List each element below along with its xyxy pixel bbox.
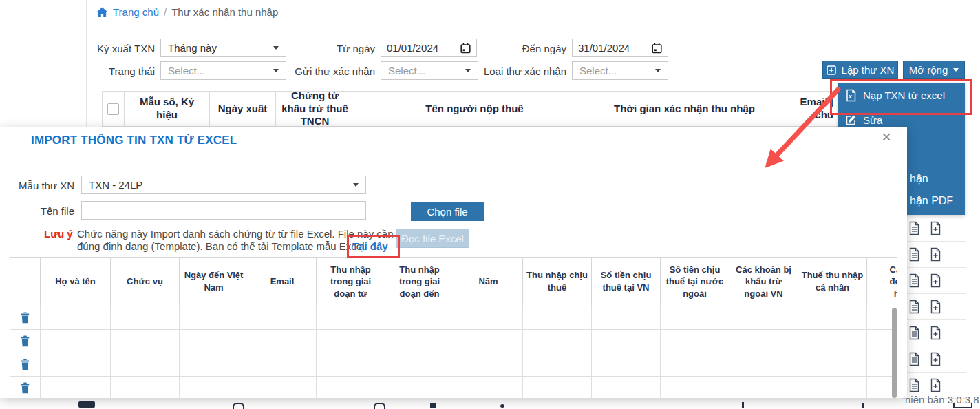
document-icon[interactable] <box>908 247 920 262</box>
loai-thu-select[interactable]: Select... <box>572 61 668 80</box>
footer-fragment <box>862 403 864 408</box>
document-icon[interactable] <box>908 326 920 340</box>
document-plus-icon[interactable] <box>930 221 941 235</box>
footer-fragment <box>374 403 385 409</box>
mo-rong-button[interactable]: Mở rộng <box>903 61 965 79</box>
filter-label-den-ngay: Đến ngày <box>429 43 566 55</box>
col-thu-nhap-den: Thu nhập trong giai đoạn đến <box>385 258 454 306</box>
bg-col-chung-tu: Chứng từ khấu trừ thuế TNCN <box>275 92 354 126</box>
row-actions-cell <box>10 353 40 376</box>
col-actions <box>10 258 40 306</box>
col-clipped-line3: hi <box>894 288 897 300</box>
document-plus-icon[interactable] <box>930 378 941 392</box>
document-icon[interactable] <box>908 300 920 314</box>
col-chuc-vu: Chức vụ <box>110 258 179 306</box>
document-plus-icon[interactable] <box>930 300 941 314</box>
footer-fragment <box>78 401 95 408</box>
note-line1: Chức năng này Import danh sách chứng từ … <box>77 228 394 240</box>
annotation-box-tai-day <box>347 235 400 258</box>
home-icon[interactable] <box>96 7 108 18</box>
bg-select-all-cell <box>102 92 124 126</box>
chevron-down-icon <box>655 69 661 72</box>
document-icon[interactable] <box>908 352 920 366</box>
luu-y-label: Lưu ý <box>44 228 73 240</box>
col-so-tien-nuoc-ngoai: Số tiền chịu thuế tại nước ngoài <box>660 258 729 306</box>
bg-col-email-line1: Email | <box>800 96 833 109</box>
bg-table-right-border <box>966 216 966 409</box>
col-thue-tncn: Thuế thu nhập cá nhân <box>798 258 866 306</box>
ten-file-input[interactable] <box>81 201 366 220</box>
breadcrumb-separator: / <box>164 6 167 18</box>
version-text: hiên bản 3.0.3.8 <box>905 394 979 406</box>
loai-thu-placeholder: Select... <box>579 65 655 76</box>
delete-trash-icon[interactable] <box>20 312 30 324</box>
bg-col-thoi-gian: Thời gian xác nhận thu nhập <box>595 92 774 126</box>
document-plus-icon[interactable] <box>930 352 941 366</box>
lap-thu-xn-label: Lập thư XN <box>842 64 895 76</box>
annotation-box-nap-txn <box>830 79 972 115</box>
document-icon[interactable] <box>908 221 920 235</box>
col-thu-nhap-tu: Thu nhập trong giai đoạn từ <box>316 258 385 306</box>
col-so-tien-vn: Số tiền chịu thuế tại VN <box>591 258 660 306</box>
import-table-row <box>10 377 897 400</box>
col-clipped-line2: đón <box>890 275 897 288</box>
breadcrumb-home-link[interactable]: Trang chủ <box>113 6 159 18</box>
delete-trash-icon[interactable] <box>20 335 30 347</box>
row-actions-cell <box>10 306 40 329</box>
app-screen: Trang chủ / Thư xác nhận thu nhập Kỳ xuấ… <box>0 0 980 409</box>
footer-fragment <box>500 404 504 408</box>
row-actions-cell <box>10 377 40 399</box>
document-plus-icon[interactable] <box>930 326 941 340</box>
col-thu-nhap-chiu-thue: Thu nhập chịu thuế <box>522 258 591 306</box>
menu-item-partial-xac-nhan-pdf[interactable]: hận PDF <box>910 195 953 207</box>
menu-item-partial-xac-nhan[interactable]: hận <box>910 173 928 185</box>
col-clipped: Các đón hi <box>866 258 897 306</box>
table-scrollbar[interactable] <box>892 308 897 398</box>
den-ngay-value: 31/01/2024 <box>578 42 652 54</box>
col-email: Email <box>248 258 316 306</box>
document-plus-icon[interactable] <box>930 273 941 288</box>
lap-thu-xn-button[interactable]: Lập thư XN <box>822 61 898 79</box>
mau-thu-xn-label: Mẫu thư XN <box>0 180 74 191</box>
document-icon[interactable] <box>908 273 920 288</box>
row-actions-cell <box>10 330 40 353</box>
col-ngay-den-vn: Ngày đến Việt Nam <box>179 258 248 306</box>
import-table-row <box>10 306 897 330</box>
close-icon[interactable]: × <box>882 129 891 145</box>
bg-row-actions <box>902 216 966 242</box>
bg-row-actions-strip <box>902 216 966 399</box>
bg-table-header: Mẫu số, Ký hiệu Ngày xuất Chứng từ khấu … <box>102 91 840 127</box>
mau-thu-xn-select[interactable]: TXN - 24LP <box>81 176 366 194</box>
col-clipped-line1: Các <box>890 264 897 276</box>
footer-fragment <box>430 403 436 408</box>
den-ngay-date-input[interactable]: 31/01/2024 <box>572 39 668 57</box>
breadcrumb-current: Thư xác nhận thu nhập <box>171 6 278 18</box>
chevron-down-icon <box>953 68 959 72</box>
document-plus-icon[interactable] <box>930 247 941 262</box>
delete-trash-icon[interactable] <box>20 359 30 370</box>
chevron-down-icon <box>353 183 359 187</box>
note-line2: đúng định dạng (Template). Bạn có thể tả… <box>77 240 364 253</box>
import-table-row <box>10 330 897 353</box>
delete-trash-icon[interactable] <box>20 382 30 394</box>
col-nam: Năm <box>454 258 522 306</box>
chon-file-button[interactable]: Chọn file <box>411 202 484 221</box>
filter-label-loai-thu: Loại thư xác nhận <box>429 65 566 78</box>
filter-label-ky-xuat: Kỳ xuất TXN <box>17 43 155 55</box>
breadcrumb: Trang chủ / Thư xác nhận thu nhập <box>96 6 278 18</box>
footer-fragment <box>233 403 244 409</box>
select-all-checkbox[interactable] <box>107 103 119 115</box>
mo-rong-label: Mở rộng <box>909 64 948 76</box>
bg-row-actions <box>902 242 966 268</box>
ten-file-label: Tên file <box>0 205 74 217</box>
bg-col-ten-nguoi: Tên người nộp thuế <box>354 92 595 126</box>
content-left-divider <box>86 0 87 127</box>
import-table-row <box>10 353 897 377</box>
doc-file-excel-button: Đọc file Excel <box>396 229 469 248</box>
document-icon[interactable] <box>908 378 920 392</box>
bg-row-actions <box>902 346 966 373</box>
filter-label-trang-thai: Trạng thái <box>17 65 155 78</box>
plus-square-icon <box>827 65 836 75</box>
col-khau-tru-ngoai-vn: Các khoản bị khấu trừ ngoài VN <box>729 258 798 306</box>
calendar-icon[interactable] <box>652 43 662 54</box>
